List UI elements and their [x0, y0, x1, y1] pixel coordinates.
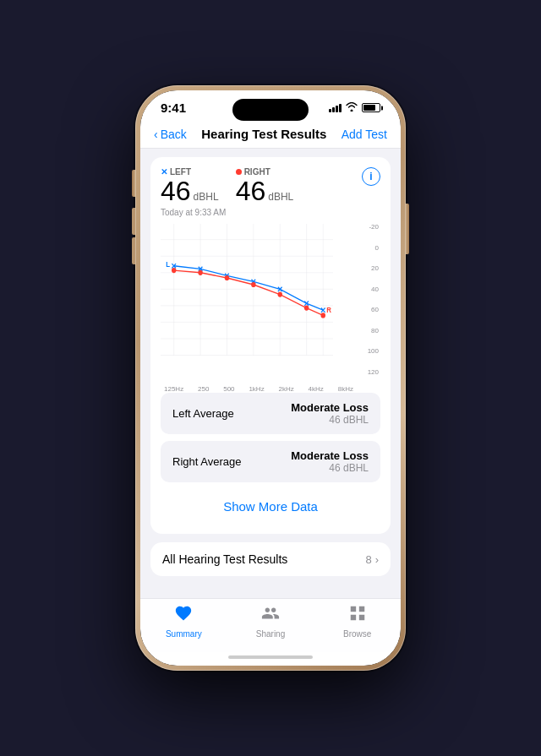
left-dbhl: 46 dBHL: [291, 414, 369, 426]
chart-area: L R: [161, 224, 357, 376]
right-stat: RIGHT 46 dBHL: [236, 167, 294, 204]
y-label-80: 80: [358, 328, 380, 334]
chevron-left-icon: ‹: [154, 128, 158, 141]
y-label-40: 40: [358, 286, 380, 293]
x-label-4khz: 4kHz: [309, 386, 324, 393]
nav-bar: ‹ Back Hearing Test Results Add Test: [140, 118, 401, 149]
test-date: Today at 9:33 AM: [161, 208, 380, 217]
x-label-2khz: 2kHz: [279, 386, 294, 393]
svg-point-31: [225, 275, 229, 280]
right-severity: Moderate Loss: [291, 449, 369, 462]
svg-point-30: [198, 270, 202, 275]
left-severity: Moderate Loss: [291, 401, 369, 414]
main-content: ✕ LEFT 46 dBHL: [140, 149, 401, 598]
left-unit: dBHL: [194, 191, 219, 203]
svg-point-33: [277, 291, 281, 296]
right-average-card: Right Average Moderate Loss 46 dBHL: [161, 441, 380, 482]
grid-icon: [348, 604, 367, 627]
svg-point-29: [172, 268, 176, 273]
y-label-60: 60: [358, 307, 380, 313]
y-label-100: 100: [358, 348, 380, 355]
y-label-0: 0: [358, 245, 380, 252]
right-unit: dBHL: [268, 191, 293, 203]
chevron-right-icon: ›: [375, 553, 379, 566]
wifi-icon: [346, 102, 358, 113]
status-time: 9:41: [161, 101, 186, 115]
info-button[interactable]: i: [362, 167, 380, 186]
all-results-count: 8: [365, 553, 371, 566]
right-value-group: 46 dBHL: [236, 177, 294, 204]
stats-left-group: ✕ LEFT 46 dBHL: [161, 167, 293, 204]
left-average-label: Left Average: [172, 407, 234, 420]
phone-inner: 9:41: [140, 90, 401, 666]
right-dot-marker: [236, 169, 242, 175]
chart-y-labels: -20 0 20 40 60 80 100 120: [358, 224, 380, 376]
people-icon: [261, 604, 280, 627]
y-label-20: 20: [358, 265, 380, 272]
chart-x-labels: 125Hz 250 500 1kHz 2kHz 4kHz 8kHz: [161, 378, 357, 393]
dynamic-island: [232, 99, 309, 121]
right-average-label: Right Average: [172, 455, 241, 468]
all-results-row[interactable]: All Hearing Test Results 8 ›: [150, 542, 391, 576]
back-label: Back: [161, 128, 187, 141]
y-label-120: 120: [358, 369, 380, 376]
left-average-value: Moderate Loss 46 dBHL: [291, 401, 369, 426]
battery-icon: [362, 103, 380, 112]
hearing-stats-card: ✕ LEFT 46 dBHL: [150, 157, 391, 534]
status-icons: [329, 102, 380, 113]
phone-frame: 9:41: [135, 85, 406, 671]
show-more-button[interactable]: Show More Data: [161, 489, 380, 524]
back-button[interactable]: ‹ Back: [154, 128, 187, 141]
x-label-250: 250: [198, 386, 209, 393]
right-value: 46: [236, 177, 266, 204]
audiogram-chart: L R -20 0 20 40 60 80: [161, 224, 380, 393]
svg-text:L: L: [166, 259, 170, 269]
audiogram-svg: L R: [161, 224, 333, 359]
tab-browse-label: Browse: [343, 629, 371, 639]
tab-summary-label: Summary: [166, 629, 202, 639]
svg-point-34: [304, 305, 309, 310]
all-results-label: All Hearing Test Results: [162, 552, 287, 566]
home-bar: [228, 655, 313, 659]
tab-bar: Summary Sharing: [140, 598, 401, 652]
x-label-500: 500: [223, 386, 234, 393]
svg-point-35: [320, 313, 325, 318]
right-average-value: Moderate Loss 46 dBHL: [291, 449, 369, 474]
left-stat: ✕ LEFT 46 dBHL: [161, 167, 219, 204]
tab-browse[interactable]: Browse: [314, 604, 401, 639]
left-value-group: 46 dBHL: [161, 177, 219, 204]
right-dbhl: 46 dBHL: [291, 462, 369, 474]
screen: 9:41: [140, 90, 401, 666]
tab-summary[interactable]: Summary: [140, 604, 227, 639]
svg-text:R: R: [326, 305, 331, 314]
x-label-8khz: 8kHz: [338, 386, 353, 393]
show-more-label: Show More Data: [223, 499, 318, 514]
x-label-125hz: 125Hz: [164, 386, 183, 393]
stats-row: ✕ LEFT 46 dBHL: [161, 167, 380, 204]
signal-icon: [329, 104, 342, 112]
y-label-minus20: -20: [358, 224, 380, 231]
heart-icon: [174, 604, 193, 627]
home-indicator: [140, 652, 401, 666]
left-value: 46: [161, 177, 191, 204]
page-title: Hearing Test Results: [201, 127, 326, 141]
x-label-1khz: 1kHz: [249, 386, 264, 393]
add-test-button[interactable]: Add Test: [342, 128, 387, 141]
all-results-right: 8 ›: [365, 553, 379, 566]
svg-point-32: [251, 282, 255, 287]
left-average-card: Left Average Moderate Loss 46 dBHL: [161, 393, 380, 434]
tab-sharing[interactable]: Sharing: [227, 604, 314, 639]
tab-sharing-label: Sharing: [256, 629, 285, 639]
